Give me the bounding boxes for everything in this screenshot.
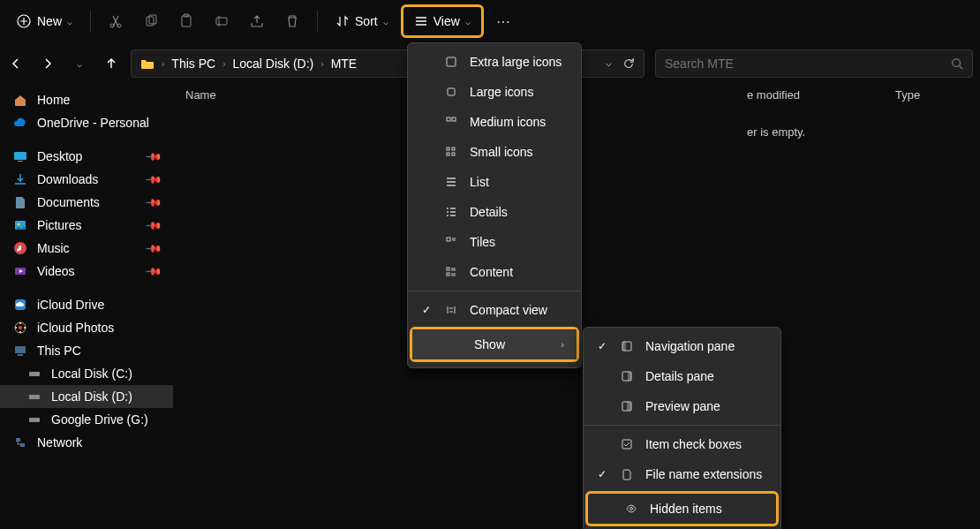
svg-point-8 [953, 59, 961, 67]
menu-item-large-icons[interactable]: Large icons [408, 77, 581, 107]
column-name[interactable]: Name [185, 88, 380, 102]
pictures-icon [12, 217, 28, 233]
menu-item-label: Tiles [470, 235, 495, 249]
sidebar-item-icloud-drive[interactable]: iCloud Drive [0, 293, 173, 316]
delete-icon[interactable] [276, 5, 308, 37]
breadcrumb-segment[interactable]: Local Disk (D:) [232, 57, 313, 71]
sidebar-item-icloud-photos[interactable]: iCloud Photos [0, 316, 173, 339]
copy-icon[interactable] [135, 5, 167, 37]
svg-rect-36 [447, 238, 450, 241]
sidebar-item-onedrive[interactable]: OneDrive - Personal [0, 111, 173, 134]
menu-item-extra-large-icons[interactable]: Extra large icons [408, 47, 581, 77]
sidebar-item-label: Documents [37, 195, 100, 209]
view-menu: Extra large icons Large icons Medium ico… [407, 42, 582, 368]
sidebar-item-label: Local Disk (C:) [51, 367, 132, 381]
view-icon [414, 14, 428, 28]
menu-item-label: Compact view [470, 303, 547, 317]
sidebar-item-label: Google Drive (G:) [51, 412, 148, 427]
menu-item-content[interactable]: Content [408, 257, 581, 287]
menu-item-label: Hidden items [650, 502, 722, 516]
search-box[interactable] [655, 49, 973, 78]
sidebar-item-music[interactable]: Music📌 [0, 237, 173, 260]
menu-item-file-name-extensions[interactable]: ✓File name extensions [584, 459, 780, 489]
svg-rect-40 [622, 342, 626, 351]
forward-button[interactable] [39, 55, 57, 72]
checkbox-icon [619, 436, 635, 452]
list-icon [443, 174, 459, 190]
column-date-modified[interactable]: e modified [747, 88, 800, 102]
menu-item-hidden-items[interactable]: Hidden items [588, 494, 776, 524]
recent-button[interactable]: ⌵ [71, 55, 88, 72]
up-button[interactable] [102, 55, 120, 72]
chevron-right-icon: › [320, 59, 323, 69]
search-icon[interactable] [951, 57, 963, 70]
share-icon[interactable] [241, 5, 273, 37]
sidebar-item-local-c[interactable]: Local Disk (C:) [0, 362, 173, 385]
search-input[interactable] [665, 57, 951, 71]
menu-item-small-icons[interactable]: Small icons [408, 137, 581, 167]
menu-item-show[interactable]: Show› [412, 329, 577, 359]
cut-icon[interactable] [100, 5, 132, 37]
refresh-icon[interactable] [622, 57, 635, 70]
more-icon[interactable]: ⋯ [487, 5, 519, 37]
sidebar-item-label: Local Disk (D:) [51, 389, 132, 404]
sidebar-item-desktop[interactable]: Desktop📌 [0, 145, 173, 168]
preview-pane-icon [619, 398, 635, 414]
breadcrumb-segment[interactable]: This PC [171, 57, 215, 71]
svg-rect-28 [447, 57, 456, 66]
svg-rect-29 [448, 88, 455, 95]
check-icon: ✓ [596, 340, 608, 352]
cloud-icon [12, 115, 28, 131]
menu-item-details[interactable]: Details [408, 197, 581, 227]
sort-button[interactable]: Sort ⌵ [327, 9, 397, 34]
sidebar-item-pictures[interactable]: Pictures📌 [0, 214, 173, 237]
view-button[interactable]: View ⌵ [405, 9, 479, 34]
rename-icon[interactable] [206, 5, 237, 37]
sidebar-item-home[interactable]: Home [0, 88, 173, 111]
disk-icon [26, 389, 42, 404]
tiles-icon [443, 234, 459, 250]
sidebar-item-label: Home [37, 93, 70, 107]
details-pane-icon [619, 368, 635, 384]
music-icon [12, 240, 28, 256]
sidebar-item-this-pc[interactable]: This PC [0, 339, 173, 362]
menu-item-label: List [470, 175, 489, 189]
sidebar-item-google-drive[interactable]: Google Drive (G:) [0, 408, 173, 431]
back-button[interactable] [7, 55, 25, 72]
chevron-down-icon: ⌵ [67, 17, 72, 26]
menu-item-details-pane[interactable]: Details pane [584, 361, 780, 391]
small-icons-icon [443, 144, 459, 160]
folder-icon [140, 57, 155, 71]
menu-item-list[interactable]: List [408, 167, 581, 197]
menu-item-medium-icons[interactable]: Medium icons [408, 107, 581, 137]
compact-icon [443, 302, 459, 318]
menu-item-navigation-pane[interactable]: ✓Navigation pane [584, 331, 780, 361]
sidebar-item-label: Pictures [37, 218, 82, 232]
menu-item-label: Show [474, 337, 505, 351]
paste-icon[interactable] [170, 5, 202, 37]
menu-item-label: Item check boxes [645, 437, 742, 451]
check-icon: ✓ [596, 468, 608, 480]
details-icon [443, 204, 459, 220]
chevron-right-icon: › [162, 59, 164, 69]
menu-item-label: Preview pane [645, 399, 720, 413]
new-button[interactable]: New ⌵ [7, 8, 81, 34]
menu-item-item-check-boxes[interactable]: Item check boxes [584, 429, 780, 459]
breadcrumb-segment[interactable]: MTE [331, 57, 358, 71]
menu-item-tiles[interactable]: Tiles [408, 227, 581, 257]
column-type[interactable]: Type [895, 88, 920, 102]
sidebar-item-documents[interactable]: Documents📌 [0, 191, 173, 214]
nav-arrows: ⌵ [7, 55, 120, 72]
nav-pane-icon [619, 338, 635, 354]
sidebar-item-local-d[interactable]: Local Disk (D:) [0, 385, 173, 408]
chevron-right-icon: › [561, 339, 564, 350]
sidebar-item-videos[interactable]: Videos📌 [0, 260, 173, 283]
sidebar-item-downloads[interactable]: Downloads📌 [0, 168, 173, 191]
chevron-down-icon[interactable]: ⌵ [606, 57, 612, 70]
sidebar-item-network[interactable]: Network [0, 431, 173, 454]
menu-item-label: Extra large icons [470, 55, 562, 69]
svg-rect-35 [452, 153, 455, 155]
extra-large-icons-icon [443, 54, 459, 70]
menu-item-preview-pane[interactable]: Preview pane [584, 391, 780, 421]
menu-item-compact-view[interactable]: ✓Compact view [408, 295, 581, 325]
